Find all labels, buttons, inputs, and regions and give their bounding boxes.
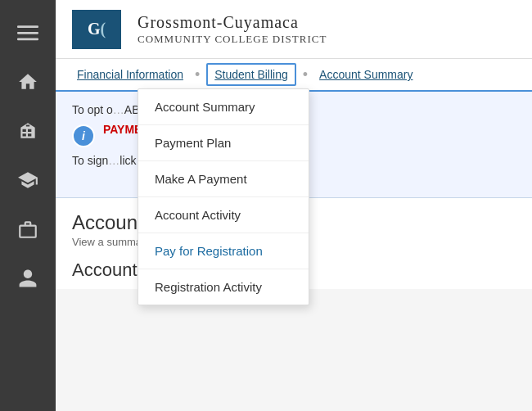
dropdown-item-account-summary[interactable]: Account Summary [138, 89, 309, 125]
sidebar-item-building[interactable] [0, 106, 56, 156]
school-title: Grossmont-Cuyamaca [138, 11, 327, 33]
dropdown-item-registration-activity[interactable]: Registration Activity [138, 269, 309, 305]
sidebar-item-briefcase[interactable] [0, 205, 56, 254]
dropdown-item-make-payment[interactable]: Make A Payment [138, 161, 309, 197]
dropdown-item-payment-plan[interactable]: Payment Plan [138, 125, 309, 161]
sidebar-item-person[interactable] [0, 254, 56, 303]
header: G( Grossmont-Cuyamaca Community College … [56, 0, 532, 59]
logo-g: G [88, 20, 101, 38]
svg-rect-0 [17, 25, 38, 28]
sidebar [0, 0, 56, 411]
school-subtitle: Community College District [138, 33, 327, 47]
logo-text: G( [88, 20, 106, 38]
svg-rect-2 [17, 38, 38, 41]
school-logo: G( [72, 10, 121, 49]
sidebar-item-menu[interactable] [0, 8, 56, 57]
school-name: Grossmont-Cuyamaca Community College Dis… [138, 11, 327, 47]
student-billing-dropdown: Account Summary Payment Plan Make A Paym… [138, 88, 309, 305]
dropdown-item-pay-registration[interactable]: Pay for Registration [138, 233, 309, 269]
info-icon: i [72, 124, 95, 147]
nav-separator-2: • [300, 66, 311, 84]
logo-c: ( [100, 20, 106, 38]
sidebar-item-graduation[interactable] [0, 156, 56, 205]
nav-separator-1: • [192, 66, 203, 84]
nav-account-summary[interactable]: Account Summary [314, 61, 417, 88]
sidebar-item-home[interactable] [0, 57, 56, 106]
nav-financial-information[interactable]: Financial Information [72, 61, 188, 88]
main-content: G( Grossmont-Cuyamaca Community College … [56, 0, 532, 411]
nav-bar: Financial Information • Student Billing … [56, 59, 532, 92]
nav-student-billing[interactable]: Student Billing [206, 63, 296, 86]
svg-rect-1 [17, 32, 38, 34]
dropdown-item-account-activity[interactable]: Account Activity [138, 197, 309, 233]
